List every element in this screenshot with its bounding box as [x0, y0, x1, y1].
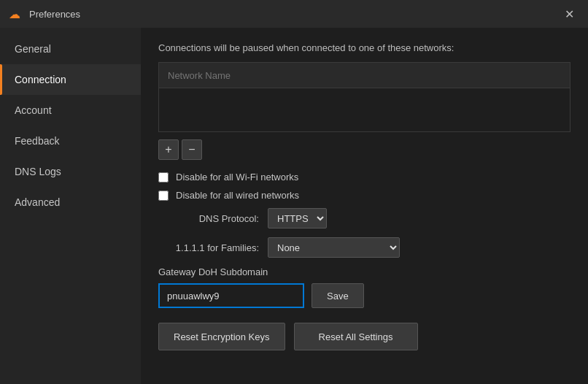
disable-wifi-label[interactable]: Disable for all Wi-Fi networks [176, 172, 298, 183]
save-button[interactable]: Save [312, 283, 364, 308]
add-remove-row: + − [158, 139, 570, 160]
window-title: Preferences [29, 9, 80, 20]
description-text: Connections will be paused when connecte… [158, 42, 570, 53]
sidebar-item-advanced[interactable]: Advanced [0, 187, 141, 218]
network-list-area [158, 88, 570, 132]
sidebar-label-account: Account [15, 104, 52, 116]
sidebar-label-dns-logs: DNS Logs [15, 166, 61, 177]
reset-encryption-button[interactable]: Reset Encryption Keys [158, 323, 285, 350]
reset-all-button[interactable]: Reset All Settings [294, 323, 418, 350]
title-bar-left: ☁ Preferences [9, 9, 80, 20]
sidebar-item-account[interactable]: Account [0, 95, 141, 126]
subdomain-section: Gateway DoH Subdomain Save [158, 266, 570, 308]
sidebar: General Connection Account Feedback DNS … [0, 28, 141, 384]
preferences-window: ☁ Preferences ✕ General Connection Accou… [0, 0, 588, 384]
sidebar-label-connection: Connection [15, 74, 66, 85]
subdomain-input[interactable] [158, 283, 304, 308]
disable-wired-checkbox[interactable] [158, 191, 169, 201]
sidebar-item-feedback[interactable]: Feedback [0, 126, 141, 156]
sidebar-item-general[interactable]: General [0, 34, 141, 64]
disable-wifi-checkbox[interactable] [158, 172, 169, 183]
disable-wired-label[interactable]: Disable for all wired networks [176, 190, 299, 201]
main-content: General Connection Account Feedback DNS … [0, 28, 588, 384]
title-bar: ☁ Preferences ✕ [0, 0, 588, 28]
add-network-button[interactable]: + [158, 139, 179, 160]
wired-checkbox-row: Disable for all wired networks [158, 190, 570, 201]
content-area: Connections will be paused when connecte… [141, 28, 588, 384]
wifi-checkbox-row: Disable for all Wi-Fi networks [158, 172, 570, 183]
active-indicator [0, 64, 2, 95]
network-name-input[interactable] [158, 62, 570, 88]
subdomain-section-label: Gateway DoH Subdomain [158, 266, 570, 277]
families-row: 1.1.1.1 for Families: None Malware Malwa… [158, 237, 570, 258]
sidebar-item-connection[interactable]: Connection [0, 64, 141, 95]
bottom-buttons: Reset Encryption Keys Reset All Settings [158, 323, 570, 350]
dns-protocol-label: DNS Protocol: [158, 213, 268, 224]
sidebar-item-dns-logs[interactable]: DNS Logs [0, 156, 141, 187]
remove-network-button[interactable]: − [182, 139, 202, 160]
sidebar-label-general: General [15, 43, 51, 55]
dns-protocol-select[interactable]: HTTPS HTTP TLS [268, 208, 327, 229]
cloud-icon: ☁ [9, 9, 23, 19]
subdomain-row: Save [158, 283, 570, 308]
sidebar-label-advanced: Advanced [15, 196, 60, 208]
close-button[interactable]: ✕ [559, 4, 579, 24]
families-select[interactable]: None Malware Malware + Adult Content [268, 237, 400, 258]
families-label: 1.1.1.1 for Families: [158, 242, 268, 253]
sidebar-label-feedback: Feedback [15, 135, 59, 147]
dns-protocol-row: DNS Protocol: HTTPS HTTP TLS [158, 208, 570, 229]
